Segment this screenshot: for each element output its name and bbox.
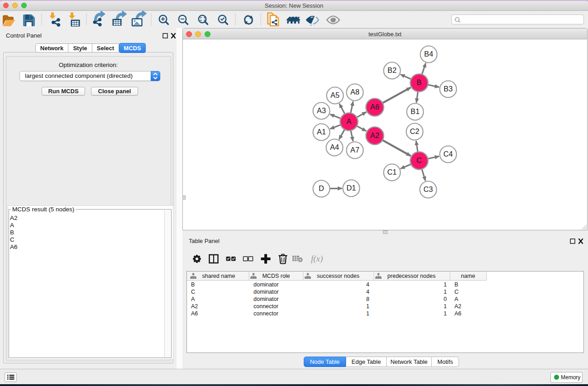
svg-text:dominator: dominator bbox=[253, 296, 279, 302]
svg-text:C3: C3 bbox=[424, 185, 433, 193]
svg-text:C: C bbox=[416, 156, 422, 164]
svg-text:B3: B3 bbox=[444, 85, 453, 93]
svg-text:dominator: dominator bbox=[253, 289, 279, 295]
svg-text:C: C bbox=[191, 289, 195, 295]
svg-text:B: B bbox=[417, 78, 422, 86]
svg-text:f(x): f(x) bbox=[311, 254, 323, 264]
svg-text:A: A bbox=[347, 117, 352, 125]
svg-text:successor nodes: successor nodes bbox=[317, 273, 359, 279]
svg-text:dominator: dominator bbox=[253, 281, 279, 288]
svg-text:D1: D1 bbox=[347, 184, 356, 192]
svg-text:C: C bbox=[454, 289, 459, 295]
svg-text:MCDS role: MCDS role bbox=[262, 273, 290, 279]
svg-text:A2: A2 bbox=[191, 303, 198, 310]
svg-text:4: 4 bbox=[366, 281, 369, 288]
svg-text:B4: B4 bbox=[424, 50, 433, 58]
svg-text:B: B bbox=[454, 281, 458, 288]
svg-text:A5: A5 bbox=[330, 91, 339, 99]
svg-text:connector: connector bbox=[253, 303, 278, 310]
svg-text:1: 1 bbox=[444, 310, 447, 317]
svg-text:A2: A2 bbox=[454, 303, 461, 310]
svg-text:B1: B1 bbox=[411, 107, 420, 115]
svg-text:A8: A8 bbox=[350, 88, 359, 96]
svg-text:A6: A6 bbox=[454, 310, 461, 317]
svg-text:name: name bbox=[461, 273, 475, 279]
svg-text:B: B bbox=[191, 281, 195, 288]
svg-text:A: A bbox=[454, 296, 459, 302]
svg-text:1: 1 bbox=[366, 303, 369, 310]
svg-text:1: 1 bbox=[366, 310, 369, 317]
svg-text:8: 8 bbox=[366, 296, 369, 302]
svg-text:A6: A6 bbox=[191, 310, 198, 317]
svg-text:C1: C1 bbox=[387, 168, 397, 176]
svg-text:4: 4 bbox=[366, 289, 369, 295]
svg-text:0: 0 bbox=[444, 296, 447, 302]
svg-text:shared name: shared name bbox=[202, 273, 235, 279]
svg-text:A3: A3 bbox=[317, 106, 326, 114]
svg-text:A7: A7 bbox=[350, 146, 359, 154]
svg-text:C4: C4 bbox=[444, 150, 453, 158]
svg-text:A6: A6 bbox=[370, 103, 379, 111]
svg-text:A2: A2 bbox=[370, 131, 379, 139]
svg-text:1: 1 bbox=[444, 303, 447, 310]
svg-text:1: 1 bbox=[444, 281, 447, 288]
svg-text:A1: A1 bbox=[317, 128, 326, 136]
svg-text:1: 1 bbox=[444, 289, 447, 295]
svg-text:B2: B2 bbox=[387, 66, 397, 74]
svg-text:A: A bbox=[191, 296, 195, 302]
svg-text:predecessor nodes: predecessor nodes bbox=[387, 273, 435, 279]
svg-text:connector: connector bbox=[253, 310, 278, 317]
svg-text:A4: A4 bbox=[330, 143, 339, 151]
svg-text:D: D bbox=[319, 184, 324, 192]
svg-text:C2: C2 bbox=[410, 127, 420, 135]
